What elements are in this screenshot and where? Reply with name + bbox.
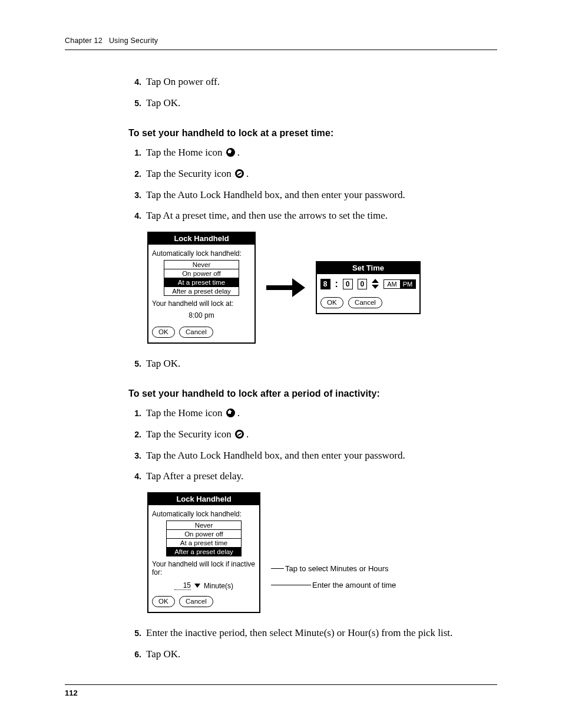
time-colon: : — [335, 279, 338, 289]
step-text: Tap OK. — [146, 357, 497, 371]
step-text: Tap the Home icon . — [146, 146, 497, 160]
step-number: 4. — [128, 75, 141, 90]
home-icon — [226, 148, 235, 157]
lock-handheld-panel: Lock Handheld Automatically lock handhel… — [147, 232, 256, 344]
delay-value-field[interactable]: 15 — [174, 581, 191, 590]
lock-at-label: Your handheld will lock at: — [152, 299, 251, 308]
panel-label: Automatically lock handheld: — [152, 510, 256, 518]
ok-button[interactable]: OK — [152, 596, 175, 607]
step-item: 3. Tap the Auto Lock Handheld box, and t… — [128, 188, 497, 203]
step-number: 2. — [128, 427, 141, 442]
minute-tens-field[interactable]: 0 — [343, 279, 353, 289]
security-icon — [235, 430, 244, 439]
step-text: Tap the Auto Lock Handheld box, and then… — [146, 188, 497, 203]
home-icon — [226, 409, 235, 417]
step-number: 5. — [128, 357, 141, 371]
lock-at-time: 8:00 pm — [152, 311, 251, 319]
step-text: Tap the Auto Lock Handheld box, and then… — [146, 449, 497, 463]
cancel-button[interactable]: Cancel — [179, 596, 213, 607]
option-preset-delay[interactable]: After a preset delay — [167, 548, 241, 556]
option-poweroff[interactable]: On power off — [164, 269, 239, 278]
callout-leader — [271, 568, 284, 569]
option-never[interactable]: Never — [164, 261, 239, 269]
am-option[interactable]: AM — [384, 280, 400, 288]
step-number: 1. — [128, 406, 141, 421]
figure-row: Lock Handheld Automatically lock handhel… — [147, 232, 497, 344]
chapter-title: Using Security — [109, 37, 158, 45]
step-item: 6. Tap OK. — [128, 647, 497, 662]
step-item: 4. Tap At a preset time, and then use th… — [128, 209, 497, 223]
page-number: 112 — [65, 684, 497, 697]
running-header: Chapter 12 Using Security — [65, 37, 497, 50]
step-item: 4. Tap After a preset delay. — [128, 469, 497, 484]
step-number: 3. — [128, 449, 141, 463]
step-text: Tap the Security icon . — [146, 427, 497, 442]
inactive-label: Your handheld will lock if inactive for: — [152, 560, 256, 577]
chevron-down-icon[interactable] — [372, 285, 379, 289]
panel-title: Set Time — [317, 262, 419, 274]
pm-option[interactable]: PM — [400, 280, 416, 288]
figure-row: Lock Handheld Automatically lock handhel… — [147, 492, 497, 613]
time-spinner[interactable] — [372, 279, 379, 289]
step-number: 6. — [128, 647, 141, 662]
delay-unit-picker[interactable]: Minute(s) — [204, 582, 233, 590]
callout-text: Tap to select Minutes or Hours — [284, 564, 389, 573]
step-item: 2. Tap the Security icon . — [128, 427, 497, 442]
step-item: 5. Tap OK. — [128, 96, 497, 111]
step-text: Tap At a preset time, and then use the a… — [146, 209, 497, 223]
step-number: 1. — [128, 146, 141, 160]
step-text: Tap On power off. — [146, 75, 497, 90]
step-item: 2. Tap the Security icon . — [128, 167, 497, 182]
chevron-up-icon[interactable] — [372, 279, 379, 283]
callout-leader — [271, 585, 311, 585]
step-number: 3. — [128, 188, 141, 203]
step-number: 4. — [128, 209, 141, 223]
security-icon — [235, 169, 244, 178]
set-time-panel: Set Time 8 : 0 0 AM PM OK — [316, 261, 421, 314]
step-text: Tap the Security icon . — [146, 167, 497, 182]
cancel-button[interactable]: Cancel — [179, 327, 213, 338]
step-text: Tap OK. — [146, 96, 497, 111]
chevron-down-icon[interactable] — [194, 584, 200, 588]
option-list: Never On power off At a preset time Afte… — [166, 521, 242, 556]
step-text: Enter the inactive period, then select M… — [146, 626, 497, 641]
hour-field[interactable]: 8 — [320, 279, 330, 289]
panel-title: Lock Handheld — [148, 233, 254, 245]
option-never[interactable]: Never — [167, 521, 241, 530]
step-text: Tap the Home icon . — [146, 406, 497, 421]
lock-handheld-panel: Lock Handheld Automatically lock handhel… — [147, 492, 260, 613]
cancel-button[interactable]: Cancel — [348, 297, 382, 308]
panel-label: Automatically lock handheld: — [152, 249, 251, 258]
step-item: 1. Tap the Home icon . — [128, 406, 497, 421]
ampm-toggle[interactable]: AM PM — [384, 279, 416, 289]
step-item: 1. Tap the Home icon . — [128, 146, 497, 160]
step-text: Tap OK. — [146, 647, 497, 662]
step-text: Tap After a preset delay. — [146, 469, 497, 484]
panel-title: Lock Handheld — [148, 493, 259, 505]
callout-text: Enter the amount of time — [311, 581, 396, 589]
step-item: 4. Tap On power off. — [128, 75, 497, 90]
step-item: 5. Tap OK. — [128, 357, 497, 371]
step-number: 4. — [128, 469, 141, 484]
step-item: 3. Tap the Auto Lock Handheld box, and t… — [128, 449, 497, 463]
arrow-icon — [266, 278, 305, 297]
minute-ones-field[interactable]: 0 — [358, 279, 368, 289]
section-heading: To set your handheld to lock after a per… — [128, 388, 497, 399]
option-preset-time[interactable]: At a preset time — [167, 539, 241, 548]
option-preset-time[interactable]: At a preset time — [164, 278, 239, 287]
ok-button[interactable]: OK — [320, 297, 343, 308]
option-poweroff[interactable]: On power off — [167, 530, 241, 539]
step-number: 5. — [128, 626, 141, 641]
section-heading: To set your handheld to lock at a preset… — [128, 128, 497, 139]
step-item: 5. Enter the inactive period, then selec… — [128, 626, 497, 641]
chapter-label: Chapter 12 — [65, 37, 103, 45]
step-number: 2. — [128, 167, 141, 182]
option-list: Never On power off At a preset time Afte… — [164, 260, 239, 296]
ok-button[interactable]: OK — [152, 327, 175, 338]
option-preset-delay[interactable]: After a preset delay — [164, 287, 239, 295]
step-number: 5. — [128, 96, 141, 111]
